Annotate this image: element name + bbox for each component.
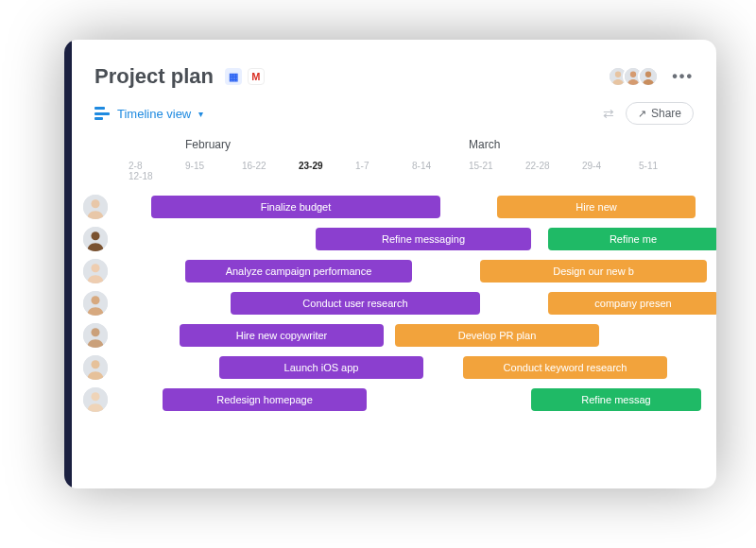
- svg-point-9: [91, 231, 99, 240]
- assignee-avatar[interactable]: [83, 355, 108, 380]
- assignee-avatar[interactable]: [83, 387, 108, 412]
- left-stripe: [64, 40, 72, 488]
- calendar-icon[interactable]: ▦: [225, 68, 242, 85]
- weeks-row: 2-89-1516-2223-291-78-1415-2122-2829-45-…: [129, 155, 716, 191]
- task-bar[interactable]: Hire new copywriter: [180, 324, 384, 347]
- task-bar[interactable]: Develop PR plan: [395, 324, 599, 347]
- gantt-track: Launch iOS appConduct keyword research: [129, 356, 716, 379]
- svg-point-1: [615, 72, 621, 77]
- svg-point-11: [91, 264, 99, 272]
- collaborator-avatars[interactable]: [613, 66, 659, 87]
- task-bar[interactable]: Redesign homepage: [163, 388, 367, 411]
- gantt-row: Finalize budgetHire new: [83, 191, 716, 223]
- view-label: Timeline view: [117, 107, 191, 121]
- svg-point-15: [91, 328, 99, 336]
- week-label: 22-28: [525, 161, 582, 171]
- week-label: 5-11: [639, 161, 696, 171]
- filter-icon[interactable]: ⇄: [603, 106, 614, 121]
- week-label: 8-14: [412, 161, 469, 171]
- view-switcher[interactable]: Timeline view ▾: [94, 107, 203, 121]
- assignee-avatar[interactable]: [83, 291, 108, 316]
- gantt-track: Conduct user researchcompany presen: [129, 292, 716, 315]
- svg-point-13: [91, 296, 99, 304]
- chevron-down-icon: ▾: [198, 109, 203, 119]
- week-label: 29-4: [582, 161, 639, 171]
- week-label: 15-21: [469, 161, 525, 171]
- assignee-avatar[interactable]: [83, 259, 108, 283]
- week-label: 9-15: [185, 161, 242, 171]
- gantt-rows: Finalize budgetHire newRefine messagingR…: [72, 191, 716, 488]
- week-label: 1-7: [355, 161, 412, 171]
- gantt-track: Hire new copywriterDevelop PR plan: [129, 324, 716, 347]
- task-bar[interactable]: Analyze campaign performance: [185, 260, 412, 283]
- share-button[interactable]: ↗ Share: [626, 102, 694, 125]
- month-label: March: [469, 138, 525, 155]
- task-bar[interactable]: Refine messag: [531, 388, 701, 411]
- integration-icons: ▦ M: [225, 68, 265, 85]
- svg-point-7: [91, 199, 99, 208]
- timeline-header: FebruaryMarch 2-89-1516-2223-291-78-1415…: [72, 138, 716, 191]
- gantt-track: Finalize budgetHire new: [129, 196, 716, 218]
- svg-point-17: [91, 360, 99, 368]
- collaborator-avatar[interactable]: [638, 66, 659, 87]
- task-bar[interactable]: Refine me: [548, 228, 716, 250]
- assignee-avatar[interactable]: [83, 323, 108, 348]
- share-icon: ↗: [638, 108, 646, 120]
- task-bar[interactable]: Finalize budget: [151, 196, 440, 218]
- gmail-icon[interactable]: M: [248, 68, 265, 85]
- task-bar[interactable]: Refine messaging: [316, 228, 531, 250]
- gantt-row: Refine messagingRefine me: [83, 223, 716, 255]
- month-label: February: [185, 138, 242, 155]
- app-window: Project plan ▦ M ••• Timeline view ▾ ⇄: [64, 40, 716, 488]
- task-bar[interactable]: Conduct keyword research: [463, 356, 667, 379]
- week-label: 12-18: [129, 171, 185, 181]
- task-bar[interactable]: Hire new: [497, 196, 696, 218]
- gantt-row: Analyze campaign performanceDesign our n…: [83, 255, 716, 287]
- gantt-track: Redesign homepageRefine messag: [129, 388, 716, 411]
- more-menu-icon[interactable]: •••: [672, 68, 694, 85]
- task-bar[interactable]: Launch iOS app: [219, 356, 423, 379]
- task-bar[interactable]: Design our new b: [480, 260, 707, 283]
- assignee-avatar[interactable]: [83, 227, 108, 251]
- svg-point-3: [630, 72, 636, 77]
- week-label: 23-29: [299, 161, 355, 171]
- timeline-icon: [94, 107, 110, 120]
- svg-point-5: [645, 72, 651, 77]
- assignee-avatar[interactable]: [83, 195, 108, 219]
- page-title: Project plan: [94, 64, 214, 89]
- months-row: FebruaryMarch: [129, 138, 716, 155]
- share-label: Share: [651, 107, 681, 120]
- gantt-row: Redesign homepageRefine messag: [83, 384, 716, 416]
- week-label: 2-8: [129, 161, 185, 171]
- toolbar: Timeline view ▾ ⇄ ↗ Share: [72, 94, 716, 138]
- task-bar[interactable]: Conduct user research: [231, 292, 480, 315]
- gantt-track: Analyze campaign performanceDesign our n…: [129, 260, 716, 283]
- week-label: 16-22: [242, 161, 299, 171]
- gantt-row: Hire new copywriterDevelop PR plan: [83, 319, 716, 351]
- task-bar[interactable]: company presen: [548, 292, 716, 315]
- header: Project plan ▦ M •••: [72, 40, 716, 94]
- svg-point-19: [91, 392, 99, 401]
- gantt-row: Conduct user researchcompany presen: [83, 287, 716, 319]
- gantt-row: Launch iOS appConduct keyword research: [83, 351, 716, 384]
- gantt-track: Refine messagingRefine me: [129, 228, 716, 250]
